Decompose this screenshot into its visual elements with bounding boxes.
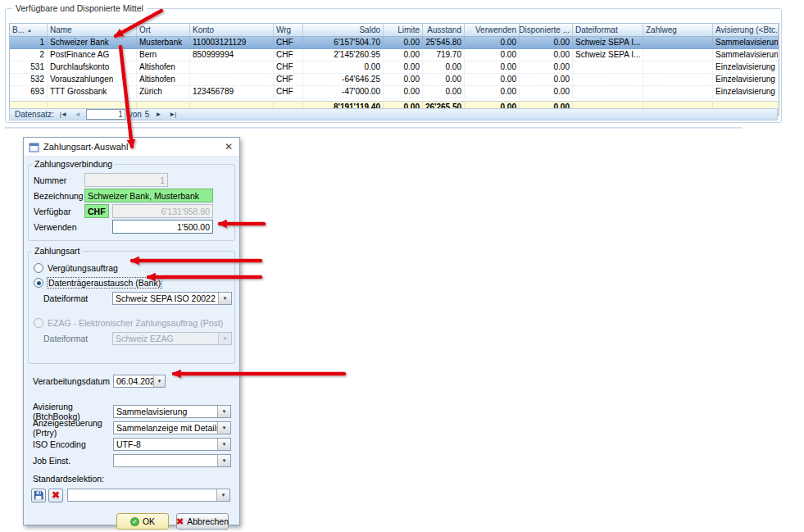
chevron-down-icon[interactable]: ▼: [216, 489, 229, 501]
bezeichnung-label: Bezeichnung: [34, 191, 84, 201]
chevron-down-icon: ▼: [218, 333, 231, 344]
record-navigator: Datensatz: |◄ ◄ 1 von 5 ► ►|: [9, 108, 778, 120]
verguetungsauftrag-option[interactable]: Vergütungsauftrag: [34, 261, 229, 275]
zahlungsart-group: Zahlungsart Vergütungsauftrag Datenträge…: [28, 251, 235, 364]
table-row[interactable]: 532 Vorauszahlungen Altishofen CHF -64'6…: [10, 74, 779, 86]
dialog-title: Zahlungsart-Auswahl: [43, 142, 128, 152]
panel-divider: [5, 127, 743, 129]
record-navigator-label: Datensatz:: [15, 110, 54, 119]
datentraegeraustausch-option[interactable]: Datenträgeraustausch (Bank): [34, 276, 229, 289]
radio-disabled-icon: [34, 318, 43, 328]
chevron-down-icon[interactable]: ▼: [217, 422, 230, 434]
chevron-down-icon[interactable]: ▼: [218, 293, 231, 304]
nummer-label: Nummer: [34, 175, 84, 185]
verfuegbar-row: Verfügbar CHF 6'131'958.90: [34, 204, 229, 218]
save-icon: [34, 490, 43, 500]
verarbeitungsdatum-row: Verarbeitungsdatum 06.04.2021 ▼: [33, 375, 230, 388]
verguetungsauftrag-label: Vergütungsauftrag: [48, 263, 118, 273]
nummer-row: Nummer 1: [34, 173, 229, 187]
anzeigesteuerung-label: Anzeigesteuerung (Prtry): [33, 418, 113, 438]
application-window: Verfügbare und Disponierte Mittel B...▲ …: [0, 0, 804, 532]
anzeigesteuerung-row: Anzeigesteuerung (Prtry) Sammelanzeige m…: [33, 421, 230, 434]
chevron-down-icon[interactable]: ▼: [217, 406, 230, 417]
record-total: 5: [145, 110, 150, 119]
bezeichnung-row: Bezeichnung Schweizer Bank, Musterbank: [34, 189, 229, 202]
avisierung-select[interactable]: Sammelavisierung ▼: [113, 405, 231, 418]
table-row[interactable]: 693 TTT Grossbank Zürich 123456789 CHF -…: [10, 86, 779, 98]
delete-selection-button[interactable]: ✖: [48, 489, 63, 502]
radio-selected-icon[interactable]: [34, 278, 43, 288]
column-header-ort[interactable]: Ort: [137, 24, 190, 36]
iso-encoding-select[interactable]: UTF-8 ▼: [113, 438, 231, 451]
chevron-down-icon[interactable]: ▼: [217, 439, 230, 450]
dialog-titlebar: Zahlungsart-Auswahl ✕: [24, 138, 239, 157]
ok-button[interactable]: ✓ OK: [116, 513, 169, 530]
record-number-input[interactable]: 1: [86, 109, 125, 120]
verwenden-row: Verwenden 1'500.00: [34, 220, 229, 234]
cancel-x-icon: ✖: [176, 517, 184, 526]
dialog-buttons: ✓ OK ✖ Abbrechen: [24, 513, 229, 530]
zahlungsart-dialog: Zahlungsart-Auswahl ✕ Zahlungsverbindung…: [23, 137, 240, 525]
ezag-option: EZAG - Elektronischer Zahlungsauftrag (P…: [34, 316, 229, 330]
column-header-zahlweg[interactable]: Zahlweg: [643, 24, 713, 36]
column-header-saldo[interactable]: Saldo: [303, 24, 384, 36]
column-header-avisierung[interactable]: Avisierung (<Btc...: [713, 24, 779, 36]
verfuegbar-field: 6'131'958.90: [112, 204, 213, 218]
nav-first-button[interactable]: |◄: [57, 111, 69, 118]
dateiformat-ezag-label: Dateiformat: [43, 334, 112, 343]
ok-check-icon: ✓: [130, 517, 139, 526]
column-header-verwenden[interactable]: Verwenden: [465, 24, 520, 36]
job-einst-select[interactable]: ▼: [113, 454, 231, 467]
verarbeitungsdatum-picker[interactable]: 06.04.2021 ▼: [113, 375, 166, 388]
column-header-konto[interactable]: Konto: [190, 24, 274, 36]
radio-unselected-icon[interactable]: [34, 263, 43, 273]
dateiformat-label: Dateiformat: [43, 293, 112, 303]
nav-last-button[interactable]: ►|: [166, 111, 178, 118]
bezeichnung-field: Schweizer Bank, Musterbank: [84, 189, 213, 202]
anzeigesteuerung-select[interactable]: Sammelanzeige mit Details ▼: [113, 421, 231, 434]
chevron-down-icon[interactable]: ▼: [217, 455, 230, 466]
zahlungsart-legend: Zahlungsart: [32, 246, 82, 256]
sort-asc-icon: ▲: [27, 28, 32, 33]
record-of-label: von: [129, 110, 142, 119]
column-header-limite[interactable]: Limite: [384, 24, 423, 36]
close-icon[interactable]: ✕: [223, 141, 234, 152]
standardselektion-row: ✖ ▼: [31, 488, 230, 502]
funds-table: B...▲ Name Ort Konto Wrg Saldo Limite Au…: [9, 23, 779, 116]
currency-field: CHF: [84, 204, 109, 218]
column-header-name[interactable]: Name: [48, 24, 137, 36]
funds-groupbox-title: Verfügbare und Disponierte Mittel: [12, 3, 147, 13]
verarbeitungsdatum-label: Verarbeitungsdatum: [33, 376, 113, 386]
zahlungsverbindung-legend: Zahlungsverbindung: [32, 159, 115, 169]
dateiformat-ezag-row: Dateiformat Schweiz EZAG ▼: [43, 331, 229, 346]
table-row[interactable]: 531 Durchlaufskonto Altishofen CHF 0.00 …: [10, 61, 779, 74]
nav-next-button[interactable]: ►: [152, 111, 163, 118]
zahlungsverbindung-group: Zahlungsverbindung Nummer 1 Bezeichnung …: [28, 164, 235, 241]
table-row[interactable]: 2 PostFinance AG Bern 850999994 CHF 2'14…: [10, 49, 779, 61]
nav-prev-button[interactable]: ◄: [72, 111, 83, 118]
dateiformat-select[interactable]: Schweiz SEPA ISO 20022 XML ▼: [112, 292, 232, 305]
column-header-dateiformat[interactable]: Dateiformat: [573, 24, 643, 36]
iso-encoding-row: ISO Encoding UTF-8 ▼: [33, 438, 230, 451]
verwenden-input[interactable]: 1'500.00: [112, 220, 213, 234]
delete-icon: ✖: [52, 490, 60, 500]
iso-encoding-label: ISO Encoding: [33, 439, 113, 449]
standardselektion-label: Standardselektion:: [33, 474, 230, 484]
column-header-disponierte[interactable]: Disponierte ...: [520, 24, 573, 36]
funds-groupbox: Verfügbare und Disponierte Mittel B...▲ …: [5, 8, 782, 123]
verwenden-label: Verwenden: [34, 222, 84, 232]
column-header-wrg[interactable]: Wrg: [274, 24, 303, 36]
table-row-selected[interactable]: 1 Schweizer Bank Musterbank 110003121129…: [10, 37, 779, 49]
verfuegbar-label: Verfügbar: [34, 207, 84, 216]
column-header-ausstand[interactable]: Ausstand: [423, 24, 465, 36]
column-header-b[interactable]: B...▲: [10, 24, 48, 36]
standardselektion-select[interactable]: ▼: [67, 489, 230, 502]
save-button[interactable]: [31, 489, 46, 502]
funds-table-header: B...▲ Name Ort Konto Wrg Saldo Limite Au…: [10, 24, 779, 37]
avisierung-row: Avisierung (BtchBookg) Sammelavisierung …: [33, 405, 230, 418]
job-einst-row: Job Einst. ▼: [33, 454, 230, 467]
cancel-button[interactable]: ✖ Abbrechen: [176, 513, 229, 530]
job-einst-label: Job Einst.: [33, 456, 113, 466]
chevron-down-icon[interactable]: ▼: [153, 375, 165, 387]
dateiformat-row: Dateiformat Schweiz SEPA ISO 20022 XML ▼: [43, 291, 229, 306]
